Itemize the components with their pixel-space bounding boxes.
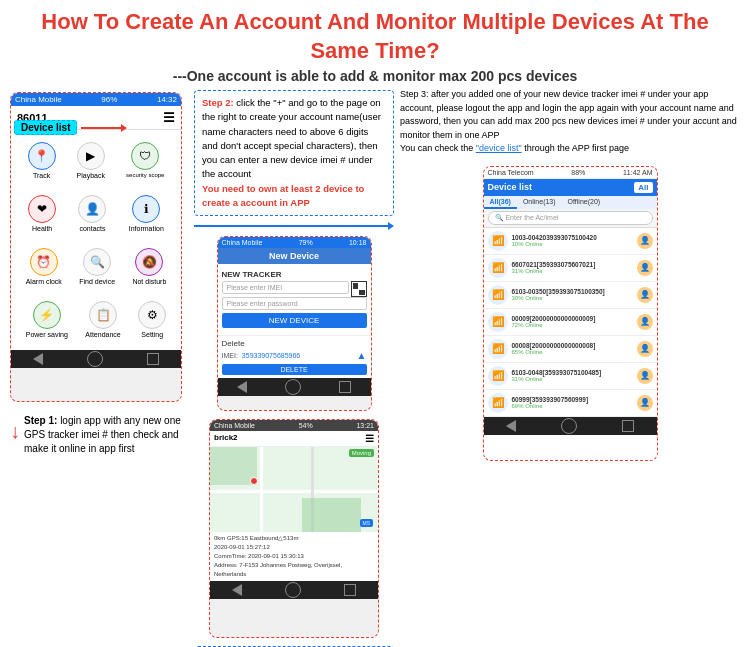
address-info: Address: 7-F153 Johannes Postweg, Overij…: [214, 561, 374, 579]
ms-badge: MS: [360, 519, 374, 527]
attendance-icon-item[interactable]: 📋 Attendance: [85, 301, 120, 338]
comm-time: CommTime: 2020-09-01 15:30:13: [214, 552, 374, 561]
phone2-form: NEW TRACKER Please enter IMEI Please ent…: [218, 264, 371, 335]
security-icon-item[interactable]: 🛡 security scope: [126, 142, 164, 179]
list-item[interactable]: 📶 6103-00350[359393075100350] 30% Online…: [484, 282, 657, 309]
health-icon-item[interactable]: ❤ Health: [28, 195, 56, 232]
device-info: 1003-0042039393075100420 10% Online: [512, 234, 633, 247]
playback-icon: ▶: [77, 142, 105, 170]
step3-sub3: through the APP first page: [524, 143, 629, 153]
phone4-back-icon[interactable]: [506, 420, 516, 432]
phone2-home-icon[interactable]: [285, 379, 301, 395]
phone2-status-bar: China Mobile 79% 10:18: [218, 237, 371, 248]
map-road-h1: [210, 490, 378, 493]
phone4-all-button[interactable]: All: [634, 182, 652, 193]
phone4-recent-icon[interactable]: [622, 420, 634, 432]
device-status: 72% Online: [512, 322, 633, 328]
step3-device-list-link: "device list": [476, 143, 522, 153]
content-area: Device list China Mobile 96% 14:32 86011…: [10, 88, 740, 647]
phone2-time: 10:18: [349, 239, 367, 246]
phone1-icons-row1: 📍 Track ▶ Playback 🛡 security scope: [13, 134, 179, 187]
contacts-icon-item[interactable]: 👤 contacts: [78, 195, 106, 232]
gps-info: 0km GPS:15 Eastbound△513m: [214, 534, 374, 543]
imei-field-value: 359339075685966: [242, 352, 300, 359]
phone2-recent-icon[interactable]: [339, 381, 351, 393]
health-label: Health: [32, 225, 52, 232]
phone3-carrier: China Mobile: [214, 422, 255, 429]
imei-field-label: IMEI:: [222, 352, 238, 359]
setting-icon-item[interactable]: ⚙ Setting: [138, 301, 166, 338]
nav-back-icon[interactable]: [33, 353, 43, 365]
list-item[interactable]: 📶 00009[20000000000000009] 72% Online 👤: [484, 309, 657, 336]
device-info: 6103-0048[359393075100485] 31% Online: [512, 369, 633, 382]
contacts-icon: 👤: [78, 195, 106, 223]
nav-recent-icon[interactable]: [147, 353, 159, 365]
device-list: 📶 1003-0042039393075100420 10% Online 👤 …: [484, 228, 657, 417]
playback-icon-item[interactable]: ▶ Playback: [77, 142, 105, 179]
search-input[interactable]: 🔍 Enter the Ac/imei: [488, 211, 653, 225]
attendance-icon: 📋: [89, 301, 117, 329]
password-input[interactable]: Please enter password: [222, 297, 367, 310]
new-tracker-label: NEW TRACKER: [222, 268, 367, 281]
tab-offline[interactable]: Offline(20): [562, 196, 607, 209]
phone3-menu-icon[interactable]: ☰: [365, 433, 374, 444]
step3-body: Step 3: after you added one of your new …: [400, 89, 737, 140]
list-item[interactable]: 📶 1003-0042039393075100420 10% Online 👤: [484, 228, 657, 255]
phone1-icons-row2: ❤ Health 👤 contacts ℹ Information: [13, 187, 179, 240]
phone1-icons-row3: ⏰ Alarm clock 🔍 Find device 🔕 Not distur…: [13, 240, 179, 293]
info-icon: ℹ: [132, 195, 160, 223]
arrow-down-icon: ↓: [10, 421, 20, 441]
step2-label: Step 2:: [202, 97, 236, 108]
qr-icon[interactable]: [351, 281, 367, 297]
phone3-back-icon[interactable]: [232, 584, 242, 596]
phone3-header: brick2 ☰: [210, 431, 378, 447]
phone1-menu-icon[interactable]: ☰: [163, 110, 175, 125]
imei-input[interactable]: Please enter IMEI: [222, 281, 349, 294]
phone3-recent-icon[interactable]: [344, 584, 356, 596]
phone1-status-bar: China Mobile 96% 14:32: [11, 93, 181, 106]
device-status: 10% Online: [512, 241, 633, 247]
search-placeholder: Enter the Ac/imei: [505, 214, 558, 221]
device-id: 00009[20000000000000009]: [512, 315, 633, 322]
nav-home-icon[interactable]: [87, 351, 103, 367]
list-item[interactable]: 📶 6607021[359393075607021] 31% Online 👤: [484, 255, 657, 282]
title-section: How To Create An Account And Monitor Mul…: [10, 8, 740, 84]
power-icon-item[interactable]: ⚡ Power saving: [26, 301, 68, 338]
track-time: 2020-09-01 15:27:12: [214, 543, 374, 552]
phone3-screen: China Mobile 54% 13:21 brick2 ☰ Movin: [209, 419, 379, 638]
delete-label: Delete: [222, 339, 367, 348]
step1-text: Step 1: login app with any new one GPS t…: [24, 414, 188, 456]
setting-icon: ⚙: [138, 301, 166, 329]
new-device-button[interactable]: NEW DEVICE: [222, 313, 367, 328]
phone4-time: 11:42 AM: [623, 169, 653, 176]
step2-box: Step 2: click the "+" and go to the page…: [194, 90, 394, 216]
phone2-header: New Device: [218, 248, 371, 264]
device-id: 60999[359393907560999]: [512, 396, 633, 403]
list-item[interactable]: 📶 60999[359393907560999] 69% Online 👤: [484, 390, 657, 417]
track-icon-item[interactable]: 📍 Track: [28, 142, 56, 179]
device-info: 6103-00350[359393075100350] 30% Online: [512, 288, 633, 301]
tab-all[interactable]: All(36): [484, 196, 517, 209]
alarm-icon-item[interactable]: ⏰ Alarm clock: [26, 248, 62, 285]
avatar: 👤: [637, 287, 653, 303]
phone2-title: New Device: [269, 251, 319, 261]
delete-button[interactable]: DELETE: [222, 364, 367, 375]
phone2-back-icon[interactable]: [237, 381, 247, 393]
power-label: Power saving: [26, 331, 68, 338]
phone4-home-icon[interactable]: [561, 418, 577, 434]
find-icon-item[interactable]: 🔍 Find device: [79, 248, 115, 285]
phone3-home-icon[interactable]: [285, 582, 301, 598]
list-item[interactable]: 📶 6103-0048[359393075100485] 31% Online …: [484, 363, 657, 390]
tab-online[interactable]: Online(13): [517, 196, 562, 209]
phone1-icons-row4: ⚡ Power saving 📋 Attendance ⚙ Setting: [13, 293, 179, 346]
disturb-icon-item[interactable]: 🔕 Not disturb: [132, 248, 166, 285]
avatar: 👤: [637, 341, 653, 357]
info-icon-item[interactable]: ℹ Information: [129, 195, 164, 232]
phone4-title: Device list: [488, 182, 533, 192]
list-item[interactable]: 📶 00008[20000000000000008] 65% Online 👤: [484, 336, 657, 363]
device-info: 6607021[359393075607021] 31% Online: [512, 261, 633, 274]
device-wifi-icon: 📶: [488, 258, 508, 278]
device-status: 65% Online: [512, 349, 633, 355]
avatar: 👤: [637, 233, 653, 249]
step2-sub: You need to own at least 2 device to cre…: [202, 183, 364, 208]
